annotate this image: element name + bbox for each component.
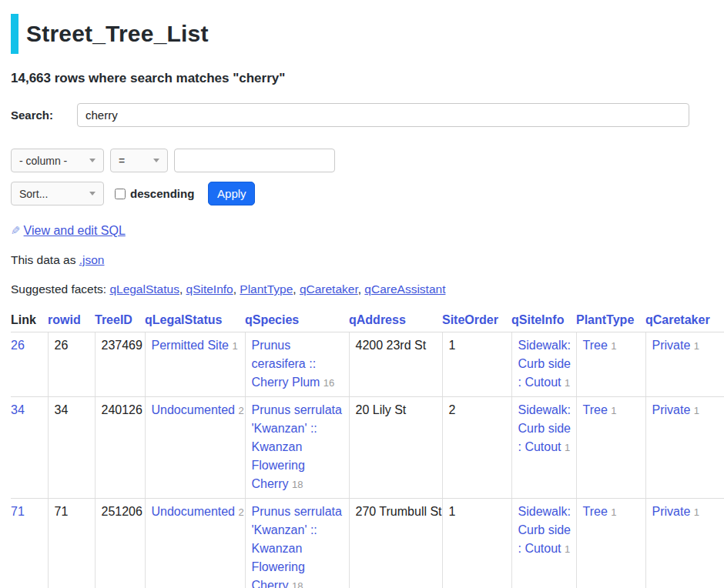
column-select-label: - column -: [19, 155, 67, 167]
facet-count: 1: [694, 506, 699, 518]
header-qaddress[interactable]: qAddress: [349, 311, 442, 332]
header-rowid[interactable]: rowid: [48, 311, 95, 332]
facet-count: 1: [232, 340, 237, 352]
operator-select[interactable]: =: [110, 149, 168, 172]
sort-select[interactable]: Sort...: [11, 182, 104, 205]
row-link[interactable]: 71: [11, 505, 25, 518]
header-planttype[interactable]: PlantType: [576, 311, 645, 332]
search-label: Search:: [11, 109, 77, 122]
data-as-line: This data as .json: [11, 253, 724, 267]
planttype-link[interactable]: Tree: [583, 505, 608, 518]
row-link[interactable]: 34: [11, 403, 25, 416]
facet-link-planttype[interactable]: PlantType: [240, 282, 293, 296]
descending-checkbox[interactable]: [115, 189, 126, 199]
facet-count: 1: [565, 543, 570, 555]
facet-count: 2: [238, 506, 243, 518]
facet-link-qcaretaker[interactable]: qCaretaker: [300, 282, 358, 296]
data-as-prefix: This data as: [11, 253, 79, 266]
facet-count: 18: [292, 580, 303, 588]
facet-count: 18: [292, 479, 303, 490]
facet-count: 1: [694, 405, 699, 416]
qlegalstatus-link[interactable]: Undocumented: [152, 505, 236, 518]
facet-count: 2: [238, 405, 243, 416]
descending-label: descending: [130, 187, 194, 200]
chevron-down-icon: [153, 159, 159, 162]
header-qcaretaker[interactable]: qCaretaker: [645, 311, 724, 332]
results-table: Link rowid TreeID qLegalStatus qSpecies …: [11, 311, 724, 588]
facets-prefix: Suggested facets:: [11, 282, 109, 296]
header-link: Link: [11, 311, 48, 332]
rowid-cell: 26: [48, 332, 95, 397]
qcaretaker-link[interactable]: Private: [652, 339, 691, 352]
qaddress-cell: 20 Lily St: [349, 397, 442, 499]
table-row: 34 34 240126 Undocumented 2 Prunus serru…: [11, 397, 724, 499]
qlegalstatus-link[interactable]: Undocumented: [152, 403, 236, 416]
view-edit-sql-line: ✎View and edit SQL: [11, 224, 724, 238]
qspecies-link[interactable]: Prunus serrulata 'Kwanzan' :: Kwanzan Fl…: [252, 505, 342, 588]
treeid-cell: 240126: [95, 397, 145, 499]
qaddress-cell: 270 Trumbull St: [349, 499, 442, 588]
qspecies-link[interactable]: Prunus cerasifera :: Cherry Plum: [252, 339, 320, 389]
qcaretaker-link[interactable]: Private: [652, 403, 691, 416]
facet-link-qcareassistant[interactable]: qCareAssistant: [364, 282, 445, 296]
header-qsiteinfo[interactable]: qSiteInfo: [511, 311, 576, 332]
row-count-summary: 14,663 rows where search matches "cherry…: [11, 71, 724, 86]
pencil-icon: ✎: [11, 224, 21, 238]
facet-count: 16: [323, 377, 334, 389]
header-qlegalstatus[interactable]: qLegalStatus: [145, 311, 245, 332]
filter-value-input[interactable]: [174, 149, 335, 172]
facet-link-qsiteinfo[interactable]: qSiteInfo: [186, 282, 233, 296]
table-row: 71 71 251206 Undocumented 2 Prunus serru…: [11, 499, 724, 588]
facet-count: 1: [565, 442, 570, 453]
header-treeid[interactable]: TreeID: [95, 311, 145, 332]
qspecies-link[interactable]: Prunus serrulata 'Kwanzan' :: Kwanzan Fl…: [252, 403, 342, 490]
qsiteinfo-link[interactable]: Sidewalk: Curb side : Cutout: [518, 505, 571, 555]
page-title: Street_Tree_List: [11, 14, 724, 54]
suggested-facets-line: Suggested facets: qLegalStatus, qSiteInf…: [11, 282, 724, 296]
treeid-cell: 251206: [95, 499, 145, 588]
row-link[interactable]: 26: [11, 339, 25, 352]
sort-select-label: Sort...: [19, 188, 48, 200]
siteorder-cell: 2: [442, 397, 511, 499]
table-header-row: Link rowid TreeID qLegalStatus qSpecies …: [11, 311, 724, 332]
facet-separator: ,: [179, 282, 186, 296]
facet-separator: ,: [293, 282, 300, 296]
siteorder-cell: 1: [442, 332, 511, 397]
planttype-link[interactable]: Tree: [583, 403, 608, 416]
table-row: 26 26 237469 Permitted Site 1 Prunus cer…: [11, 332, 724, 397]
chevron-down-icon: [89, 192, 96, 195]
qlegalstatus-link[interactable]: Permitted Site: [152, 339, 229, 352]
qsiteinfo-link[interactable]: Sidewalk: Curb side : Cutout: [518, 403, 571, 453]
facet-link-qlegalstatus[interactable]: qLegalStatus: [109, 282, 179, 296]
rowid-cell: 34: [48, 397, 95, 499]
rowid-cell: 71: [48, 499, 95, 588]
planttype-link[interactable]: Tree: [583, 339, 608, 352]
qaddress-cell: 4200 23rd St: [349, 332, 442, 397]
apply-button[interactable]: Apply: [208, 182, 255, 205]
facet-count: 1: [611, 340, 616, 352]
qcaretaker-link[interactable]: Private: [652, 505, 691, 518]
treeid-cell: 237469: [95, 332, 145, 397]
view-edit-sql-link[interactable]: View and edit SQL: [24, 224, 126, 237]
header-siteorder[interactable]: SiteOrder: [442, 311, 511, 332]
header-qspecies[interactable]: qSpecies: [245, 311, 349, 332]
search-input[interactable]: [77, 103, 689, 127]
qsiteinfo-link[interactable]: Sidewalk: Curb side : Cutout: [518, 339, 571, 389]
siteorder-cell: 1: [442, 499, 511, 588]
page: Street_Tree_List 14,663 rows where searc…: [0, 14, 724, 588]
facet-count: 1: [565, 377, 570, 389]
facet-count: 1: [694, 340, 699, 352]
column-select[interactable]: - column -: [11, 149, 104, 172]
facet-count: 1: [611, 405, 616, 416]
facet-count: 1: [611, 506, 616, 518]
operator-select-label: =: [119, 155, 125, 167]
chevron-down-icon: [89, 159, 96, 162]
json-link[interactable]: .json: [79, 253, 105, 266]
search-row: Search:: [11, 103, 724, 127]
filter-row: - column - =: [11, 149, 724, 172]
sort-row: Sort... descending Apply: [11, 182, 724, 205]
